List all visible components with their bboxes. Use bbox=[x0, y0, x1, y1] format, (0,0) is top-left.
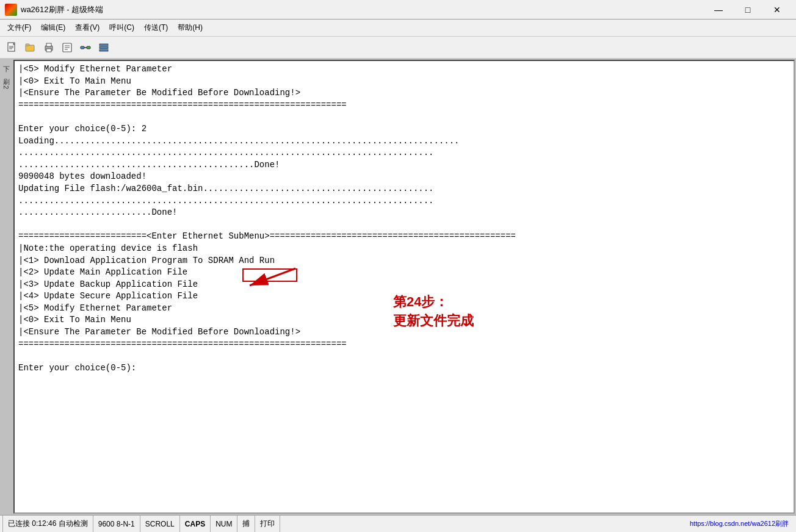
sidebar-label-3: 2 bbox=[2, 85, 10, 89]
menu-view[interactable]: 查看(V) bbox=[70, 20, 104, 35]
toolbar-settings[interactable] bbox=[95, 39, 112, 56]
status-baud: 9600 8-N-1 bbox=[93, 516, 140, 532]
status-caps: CAPS bbox=[180, 516, 211, 532]
svg-rect-16 bbox=[100, 44, 108, 46]
menu-help[interactable]: 帮助(H) bbox=[173, 20, 208, 35]
close-button[interactable]: ✕ bbox=[763, 1, 791, 18]
svg-rect-17 bbox=[100, 46, 108, 48]
menu-file[interactable]: 文件(F) bbox=[2, 20, 36, 35]
menu-edit[interactable]: 编辑(E) bbox=[36, 20, 70, 35]
title-bar: wa2612刷胖 - 超级终端 — □ ✕ bbox=[0, 0, 796, 20]
svg-rect-18 bbox=[100, 49, 108, 51]
toolbar-print[interactable] bbox=[40, 39, 57, 56]
terminal-scroll[interactable]: |<5> Modify Ethernet Parameter |<0> Exit… bbox=[15, 61, 794, 512]
svg-rect-13 bbox=[81, 46, 84, 49]
terminal-window[interactable]: |<5> Modify Ethernet Parameter |<0> Exit… bbox=[13, 60, 795, 514]
svg-rect-7 bbox=[46, 43, 51, 46]
status-print: 打印 bbox=[255, 516, 280, 532]
status-num: NUM bbox=[211, 516, 237, 532]
terminal-content: |<5> Modify Ethernet Parameter |<0> Exit… bbox=[18, 63, 790, 374]
status-bar: 已连接 0:12:46 自动检测 9600 8-N-1 SCROLL CAPS … bbox=[0, 515, 796, 532]
window-controls: — □ ✕ bbox=[704, 1, 791, 18]
svg-rect-8 bbox=[46, 49, 51, 52]
toolbar-new[interactable] bbox=[4, 39, 21, 56]
minimize-button[interactable]: — bbox=[704, 1, 733, 18]
menu-transfer[interactable]: 传送(T) bbox=[139, 20, 173, 35]
toolbar bbox=[0, 37, 796, 59]
svg-rect-5 bbox=[26, 44, 29, 46]
svg-rect-14 bbox=[87, 46, 90, 49]
status-scroll: SCROLL bbox=[140, 516, 180, 532]
status-capture: 捕 bbox=[237, 516, 255, 532]
status-connected: 已连接 0:12:46 自动检测 bbox=[2, 516, 93, 532]
app-icon bbox=[5, 4, 17, 16]
menu-call[interactable]: 呼叫(C) bbox=[104, 20, 139, 35]
toolbar-open[interactable] bbox=[22, 39, 39, 56]
main-area: 下 刷 2 |<5> Modify Ethernet Parameter |<0… bbox=[0, 59, 796, 515]
toolbar-properties[interactable] bbox=[59, 39, 76, 56]
left-sidebar: 下 刷 2 bbox=[0, 59, 12, 515]
status-url: https://blog.csdn.net/wa2612刷胖 bbox=[685, 518, 794, 530]
maximize-button[interactable]: □ bbox=[734, 1, 762, 18]
window-title: wa2612刷胖 - 超级终端 bbox=[21, 4, 704, 15]
toolbar-connect[interactable] bbox=[77, 39, 94, 56]
menu-bar: 文件(F) 编辑(E) 查看(V) 呼叫(C) 传送(T) 帮助(H) bbox=[0, 20, 796, 37]
